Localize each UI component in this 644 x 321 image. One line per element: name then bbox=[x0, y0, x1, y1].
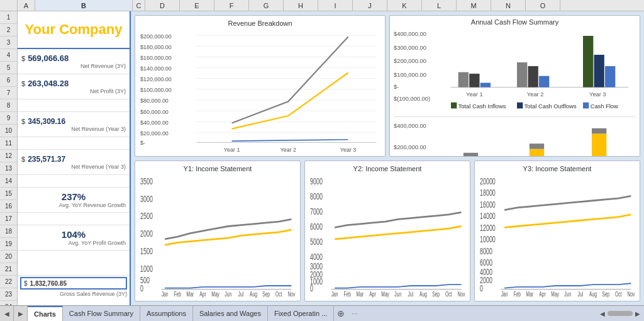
svg-text:$60,000.00: $60,000.00 bbox=[140, 109, 169, 115]
col-header-k[interactable]: K bbox=[387, 0, 422, 11]
chart-annual-cashflow: Annual Cash Flow Summary $400,000.00 $30… bbox=[389, 15, 640, 157]
svg-rect-63 bbox=[530, 144, 544, 149]
row-num-1: 1 bbox=[0, 11, 17, 24]
svg-text:Apr: Apr bbox=[199, 290, 206, 297]
col-header-d[interactable]: D bbox=[145, 0, 180, 11]
svg-text:Year 1: Year 1 bbox=[224, 147, 240, 153]
row-num-12: 12 bbox=[0, 150, 17, 162]
row-spacer-8 bbox=[18, 99, 130, 112]
annual-cashflow-top: Annual Cash Flow Summary $400,000.00 $30… bbox=[394, 18, 636, 117]
col-header-g[interactable]: G bbox=[249, 0, 284, 11]
svg-text:14000: 14000 bbox=[480, 211, 496, 222]
svg-text:3500: 3500 bbox=[140, 176, 153, 186]
svg-text:Year 1: Year 1 bbox=[466, 91, 483, 98]
svg-text:$140,000.00: $140,000.00 bbox=[140, 65, 172, 72]
tab-scrollbar[interactable] bbox=[608, 311, 633, 316]
svg-rect-54 bbox=[583, 103, 589, 109]
row-num-13: 13 bbox=[0, 162, 17, 175]
svg-text:$-: $- bbox=[140, 140, 145, 146]
svg-text:$20,000.00: $20,000.00 bbox=[140, 130, 169, 137]
row-num-8: 8 bbox=[0, 99, 17, 112]
col-header-f[interactable]: F bbox=[214, 0, 249, 11]
svg-text:Jun: Jun bbox=[394, 290, 401, 297]
metric-net-revenue-3y: $ 569,066.68 Net Revenue (3Y) bbox=[18, 49, 130, 74]
chart-revenue-content: $200,000.00 $180,000.00 $160,000.00 $140… bbox=[140, 30, 380, 157]
row-num-3: 3 bbox=[0, 37, 17, 49]
chart-income-y3: Y3: Income Statement 20000 18000 16000 1… bbox=[474, 160, 640, 302]
svg-text:1000: 1000 bbox=[140, 263, 153, 274]
col-header-b[interactable]: B bbox=[35, 0, 133, 11]
svg-rect-43 bbox=[539, 76, 549, 87]
tab-fixed-operating[interactable]: Fixed Operatin ... bbox=[268, 306, 334, 321]
svg-text:$120,000.00: $120,000.00 bbox=[140, 76, 172, 82]
svg-text:5000: 5000 bbox=[310, 236, 323, 247]
tab-assumptions[interactable]: Assumptions bbox=[140, 306, 193, 321]
col-header-m[interactable]: M bbox=[457, 0, 491, 11]
svg-text:Mar: Mar bbox=[187, 290, 194, 297]
annual-cashflow-bars2: $400,000.00 $200,000.00 $- bbox=[394, 118, 636, 156]
svg-text:Product Line B: Product Line B bbox=[278, 155, 315, 157]
tab-nav-right[interactable]: ▶ bbox=[14, 306, 28, 321]
row-num-7: 7 bbox=[0, 87, 17, 99]
svg-text:Jan: Jan bbox=[501, 290, 508, 297]
col-header-o[interactable]: O bbox=[526, 0, 560, 11]
svg-text:0: 0 bbox=[480, 283, 483, 293]
svg-text:Total Cash Outflows: Total Cash Outflows bbox=[525, 103, 577, 110]
row-spacer-21 bbox=[18, 251, 130, 276]
svg-text:Total Cash Inflows: Total Cash Inflows bbox=[458, 103, 506, 110]
row-num-9: 9 bbox=[0, 112, 17, 125]
row-num-14: 14 bbox=[0, 175, 17, 188]
tab-charts[interactable]: Charts bbox=[28, 306, 63, 321]
metric-yoy-profit: 104% Avg. YoY Profit Growth bbox=[18, 225, 130, 251]
col-header-c[interactable]: C bbox=[133, 0, 145, 11]
svg-text:8000: 8000 bbox=[310, 191, 323, 201]
tab-nav-left[interactable]: ◀ bbox=[0, 306, 14, 321]
col-header-j[interactable]: J bbox=[353, 0, 387, 11]
row-num-17: 17 bbox=[0, 213, 17, 225]
chart-area: Revenue Breakdown $200,000.00 $180,000.0… bbox=[131, 11, 644, 305]
chart-revenue-title: Revenue Breakdown bbox=[140, 20, 380, 27]
svg-text:Mar: Mar bbox=[357, 290, 364, 297]
svg-text:2500: 2500 bbox=[140, 211, 153, 222]
tab-salaries-wages[interactable]: Salaries and Wages bbox=[193, 306, 268, 321]
svg-text:7000: 7000 bbox=[310, 206, 323, 217]
svg-text:$200,000.00: $200,000.00 bbox=[140, 33, 172, 40]
row-num-23: 23 bbox=[0, 288, 17, 301]
svg-text:Year 3: Year 3 bbox=[589, 91, 606, 98]
svg-rect-45 bbox=[594, 55, 604, 87]
svg-text:Jul: Jul bbox=[578, 290, 584, 297]
svg-text:Cash Flow: Cash Flow bbox=[591, 103, 618, 110]
col-header-a[interactable]: A bbox=[18, 0, 35, 11]
tab-cash-flow-summary[interactable]: Cash Flow Summary bbox=[63, 306, 140, 321]
annual-cashflow-title: Annual Cash Flow Summary bbox=[394, 18, 636, 26]
svg-text:$(100,000.00): $(100,000.00) bbox=[394, 95, 430, 102]
tab-scroll-right[interactable]: ⋯ bbox=[348, 306, 362, 321]
svg-text:Nov: Nov bbox=[627, 290, 635, 297]
row-num-18: 18 bbox=[0, 225, 17, 238]
svg-text:$400,000.00: $400,000.00 bbox=[394, 122, 426, 129]
row-num-11: 11 bbox=[0, 137, 17, 150]
svg-rect-41 bbox=[517, 62, 527, 87]
col-header-h[interactable]: H bbox=[284, 0, 318, 11]
svg-rect-44 bbox=[583, 36, 593, 87]
col-header-e[interactable]: E bbox=[180, 0, 214, 11]
svg-rect-42 bbox=[528, 66, 538, 87]
col-header-i[interactable]: I bbox=[318, 0, 353, 11]
svg-rect-40 bbox=[480, 82, 491, 87]
tab-add-button[interactable]: ⊕ bbox=[334, 306, 348, 321]
corner-cell bbox=[0, 0, 18, 11]
row-num-10: 10 bbox=[0, 125, 17, 137]
row-num-4: 4 bbox=[0, 49, 17, 62]
svg-text:Feb: Feb bbox=[174, 290, 181, 297]
income-y3-content: 20000 18000 16000 14000 12000 10000 8000… bbox=[480, 175, 635, 298]
row-num-15: 15 bbox=[0, 188, 17, 200]
row-num-21: 21 bbox=[0, 263, 17, 276]
gross-sales-input[interactable]: $ 1,832,760.85 bbox=[20, 277, 127, 290]
col-header-l[interactable]: L bbox=[422, 0, 457, 11]
svg-text:12000: 12000 bbox=[480, 222, 496, 233]
svg-text:10000: 10000 bbox=[480, 234, 496, 245]
svg-rect-62 bbox=[530, 149, 544, 157]
svg-rect-65 bbox=[592, 128, 606, 134]
svg-text:1500: 1500 bbox=[140, 245, 153, 256]
col-header-n[interactable]: N bbox=[491, 0, 526, 11]
